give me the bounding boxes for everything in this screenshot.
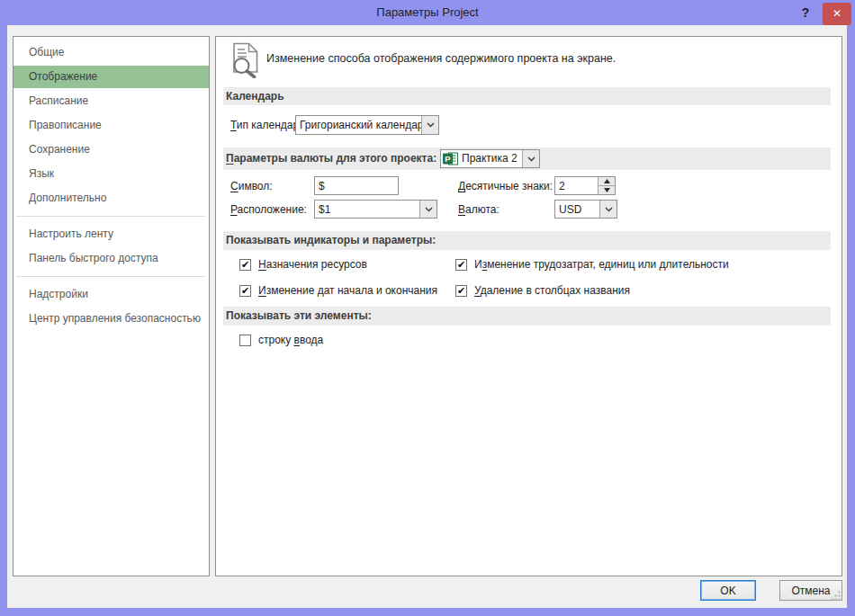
currency-symbol-input[interactable] (314, 176, 399, 195)
chevron-down-icon (425, 207, 433, 212)
sidebar-divider (16, 216, 205, 217)
check-icon: ✔ (457, 286, 465, 296)
sidebar-item-proofing[interactable]: Правописание (14, 113, 209, 138)
spinner-buttons (598, 177, 615, 194)
project-selector-dropdown[interactable]: P Практика 2 (440, 149, 540, 168)
calendar-type-value: Григорианский календарь (296, 119, 421, 131)
checkbox-entry-bar[interactable] (239, 335, 251, 346)
project-selector-value: Практика 2 (458, 147, 522, 170)
check-icon: ✔ (241, 260, 249, 270)
currency-placement-dropdown[interactable]: $1 (314, 200, 437, 219)
checkbox-edits-to-work-label[interactable]: Изменение трудозатрат, единиц или длител… (474, 258, 729, 271)
checkbox-entry-bar-label[interactable]: строку ввода (258, 334, 323, 346)
spinner-up-button[interactable] (598, 177, 615, 186)
sidebar-item-language[interactable]: Язык (14, 162, 209, 186)
currency-code-dropdown[interactable]: USD (554, 200, 617, 219)
checkbox-deletions-name-column[interactable]: ✔ (455, 285, 467, 297)
sidebar-item-schedule[interactable]: Расписание (14, 89, 209, 113)
categories-sidebar: Общие Отображение Расписание Правописани… (13, 36, 210, 576)
sidebar-item-quick-access-toolbar[interactable]: Панель быстрого доступа (14, 246, 209, 271)
triangle-down-icon (604, 188, 610, 192)
sidebar-divider (16, 276, 205, 277)
checkbox-edits-to-dates[interactable]: ✔ (239, 285, 251, 297)
resize-grip[interactable] (830, 589, 842, 605)
triangle-up-icon (604, 179, 610, 183)
chevron-down-icon (605, 207, 613, 212)
dropdown-arrow-button[interactable] (599, 201, 616, 218)
sidebar-item-customize-ribbon[interactable]: Настроить ленту (14, 222, 209, 246)
sidebar-item-trust-center[interactable]: Центр управления безопасностью (14, 307, 209, 331)
section-header-indicators: Показывать индикаторы и параметры: (223, 231, 831, 250)
dropdown-arrow-button[interactable] (522, 150, 539, 167)
project-options-dialog: Параметры Project ? ✕ Общие Отображение … (0, 0, 855, 616)
sidebar-item-display[interactable]: Отображение (14, 66, 209, 88)
help-button[interactable]: ? (796, 0, 815, 25)
ok-button[interactable]: OK (700, 580, 756, 601)
currency-symbol-label: Символ: (230, 180, 273, 192)
display-page-icon (230, 42, 261, 82)
checkbox-deletions-name-column-label[interactable]: Удаление в столбцах названия (474, 284, 630, 297)
chevron-down-icon (427, 122, 435, 128)
decimal-digits-label: Десятичные знаки: (458, 180, 553, 192)
currency-code-value: USD (555, 203, 599, 216)
dropdown-arrow-button[interactable] (419, 201, 436, 218)
decimal-digits-spinner[interactable] (554, 176, 616, 195)
dialog-title: Параметры Project (376, 5, 478, 19)
currency-placement-value: $1 (315, 203, 419, 216)
svg-text:P: P (445, 154, 451, 164)
checkbox-edits-to-work[interactable]: ✔ (455, 259, 467, 271)
check-icon: ✔ (241, 286, 249, 296)
title-bar: Параметры Project (0, 0, 855, 25)
dropdown-arrow-button[interactable] (421, 116, 438, 134)
close-button[interactable]: ✕ (823, 3, 851, 25)
sidebar-item-save[interactable]: Сохранение (14, 138, 209, 162)
checkbox-resource-assignments[interactable]: ✔ (239, 259, 251, 271)
sidebar-item-general[interactable]: Общие (14, 40, 209, 65)
calendar-type-dropdown[interactable]: Григорианский календарь (295, 115, 439, 135)
checkbox-edits-to-dates-label[interactable]: Изменение дат начала и окончания (258, 284, 437, 297)
panel-description: Изменение способа отображения содержимог… (266, 52, 616, 65)
chevron-down-icon (527, 156, 536, 162)
decimal-digits-input[interactable] (555, 177, 598, 194)
close-icon: ✕ (832, 7, 842, 20)
section-header-elements: Показывать эти элементы: (223, 307, 831, 326)
display-settings-panel: Изменение способа отображения содержимог… (215, 36, 842, 576)
sidebar-item-advanced[interactable]: Дополнительно (14, 186, 209, 210)
dialog-body: Общие Отображение Расписание Правописани… (7, 25, 847, 608)
section-header-calendar: Календарь (223, 87, 831, 105)
spinner-down-button[interactable] (598, 186, 615, 194)
sidebar-item-addins[interactable]: Надстройки (14, 282, 209, 307)
check-icon: ✔ (457, 260, 465, 270)
currency-code-label: Валюта: (458, 203, 500, 216)
currency-placement-label: Расположение: (230, 203, 307, 216)
project-file-icon: P (443, 152, 458, 165)
checkbox-resource-assignments-label[interactable]: Назначения ресурсов (258, 258, 367, 271)
section-header-currency: Параметры валюты для этого проекта: P Пр… (223, 147, 831, 170)
